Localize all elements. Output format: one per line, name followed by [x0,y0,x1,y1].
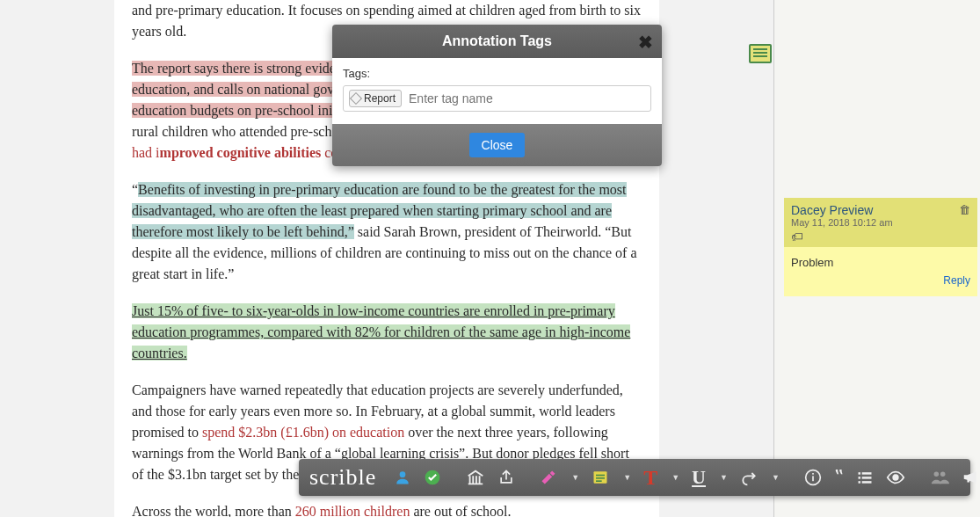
group-icon [930,466,949,489]
tag-icon[interactable]: 🏷 [791,229,803,244]
eye-icon[interactable] [886,466,905,489]
svg-rect-8 [812,473,814,475]
dialog-title: Annotation Tags ✖ [332,25,662,58]
svg-point-15 [893,475,898,480]
info-icon[interactable] [804,466,822,489]
tag-shape-icon [350,92,362,105]
dialog-body: Tags: Report [332,58,662,124]
undo-icon[interactable] [740,466,758,489]
tags-label: Tags: [343,67,651,80]
user-icon[interactable] [394,466,411,489]
sticky-note-icon[interactable] [592,466,609,489]
svg-rect-12 [861,477,871,479]
tag-name-input[interactable] [407,91,645,106]
svg-rect-11 [858,477,860,479]
svg-point-16 [933,472,939,477]
library-icon[interactable] [466,466,485,489]
highlighter-icon[interactable] [540,466,557,489]
tag-input-row[interactable]: Report [343,85,651,112]
tag-chip-label: Report [364,92,396,105]
svg-rect-10 [861,472,871,475]
megaphone-icon[interactable] [962,466,980,489]
chevron-down-icon[interactable]: ▼ [772,473,780,482]
svg-rect-7 [812,476,814,481]
paragraph: “Benefits of investing in pre-primary ed… [132,179,642,285]
scrible-logo: scrible [309,464,376,491]
share-icon[interactable] [497,466,515,489]
chevron-down-icon[interactable]: ▼ [671,473,679,482]
underline-icon[interactable]: U [692,466,706,489]
text-color-icon[interactable]: T [643,466,657,489]
delete-icon[interactable]: 🗑 [959,203,970,216]
link-text[interactable]: 260 million children [295,504,410,517]
svg-point-17 [940,472,946,477]
paragraph: Across the world, more than 260 million … [132,501,642,517]
text: Across the world, more than [132,504,295,517]
close-icon[interactable]: ✖ [638,32,653,53]
svg-rect-9 [858,472,860,475]
annotation-note[interactable]: 🗑 Dacey Preview May 11, 2018 10:12 am 🏷 … [784,198,977,296]
check-icon[interactable] [424,466,441,489]
note-text: Problem [791,256,833,269]
chevron-down-icon[interactable]: ▼ [720,473,728,482]
svg-point-0 [400,471,406,477]
citation-icon[interactable]: ‟ [834,466,844,489]
chevron-down-icon[interactable]: ▼ [623,473,631,482]
paragraph: Just 15% of five- to six-year-olds in lo… [132,301,642,364]
link-text[interactable]: spend $2.3bn (£1.6bn) on education [202,425,404,440]
annotation-tags-dialog: Annotation Tags ✖ Tags: Report Close [332,25,662,166]
note-header: 🗑 Dacey Preview May 11, 2018 10:12 am 🏷 [784,198,977,247]
note-body[interactable]: Problem Reply [784,247,977,296]
tag-chip[interactable]: Report [349,90,402,107]
text: are out of school. [410,504,511,517]
note-author: Dacey Preview [791,203,970,217]
list-icon[interactable] [856,466,874,489]
scrible-toolbar[interactable]: scrible ▼ ▼ T▼ U▼ ▼ ‟ [299,459,970,496]
highlight-green-underline[interactable]: Just 15% of five- to six-year-olds in lo… [132,303,630,360]
svg-rect-14 [861,481,871,484]
note-date: May 11, 2018 10:12 am [791,217,970,228]
svg-rect-13 [858,481,860,484]
note-marker-icon[interactable] [749,44,772,63]
reply-link[interactable]: Reply [791,269,970,287]
dialog-footer: Close [332,124,662,166]
chevron-down-icon[interactable]: ▼ [571,473,579,482]
close-button[interactable]: Close [469,133,526,157]
